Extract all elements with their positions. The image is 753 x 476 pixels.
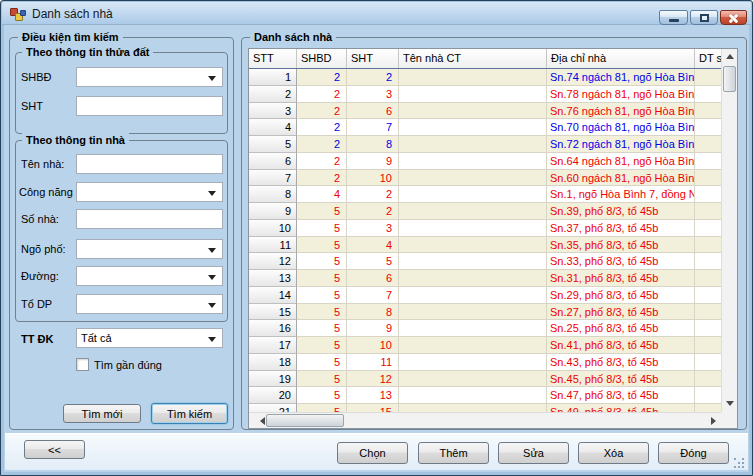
scroll-down-button[interactable] [722, 396, 737, 412]
duong-combobox[interactable] [76, 266, 223, 286]
cell-stt: 4 [249, 119, 297, 136]
scroll-up-button[interactable] [722, 49, 737, 65]
table-row[interactable]: 20513Sn.47, phố 8/3, tổ 45b [249, 387, 721, 404]
minimize-button[interactable] [659, 10, 688, 25]
cell-ten-nha-ct [399, 320, 547, 337]
table-row[interactable]: 1558Sn.27, phố 8/3, tổ 45b [249, 304, 721, 321]
table-row[interactable]: 18511Sn.43, phố 8/3, tổ 45b [249, 354, 721, 371]
tt-dk-combobox[interactable]: Tất cả [76, 328, 223, 348]
cell-dt [695, 404, 721, 412]
cell-sht: 13 [347, 387, 399, 404]
xoa-button[interactable]: Xóa [578, 442, 649, 464]
table-row[interactable]: 842Sn.1, ngõ Hòa Bình 7, đồng N [249, 186, 721, 203]
table-row[interactable]: 528Sn.72 ngách 81, ngõ Hòa Bình [249, 136, 721, 153]
scroll-left-button[interactable] [249, 413, 265, 428]
cell-sht: 10 [347, 337, 399, 354]
table-row[interactable]: 19512Sn.45, phố 8/3, tổ 45b [249, 371, 721, 388]
cell-dt [695, 220, 721, 237]
column-header-0[interactable]: STT [249, 49, 297, 68]
column-header-4[interactable]: Địa chỉ nhà [547, 49, 695, 68]
cell-dt [695, 86, 721, 103]
chevron-down-icon [208, 76, 216, 81]
table-row[interactable]: 326Sn.76 ngách 81, ngõ Hòa Bình [249, 103, 721, 120]
cell-dt [695, 170, 721, 187]
vertical-scrollbar-thumb[interactable] [723, 66, 736, 92]
table-row[interactable]: 17510Sn.41, phố 8/3, tổ 45b [249, 337, 721, 354]
table-row[interactable]: 1053Sn.37, phố 8/3, tổ 45b [249, 220, 721, 237]
to-dp-label: Tổ DP [21, 298, 52, 310]
column-header-3[interactable]: Tên nhà CT [399, 49, 547, 68]
shbd-combobox[interactable] [76, 67, 223, 87]
cell-shbd: 5 [297, 337, 347, 354]
table-row[interactable]: 1255Sn.33, phố 8/3, tổ 45b [249, 253, 721, 270]
cell-sht: 4 [347, 237, 399, 254]
cell-dt [695, 203, 721, 220]
cell-stt: 18 [249, 354, 297, 371]
table-row[interactable]: 7210Sn.60 ngách 81, ngõ Hòa Bình [249, 170, 721, 187]
table-row[interactable]: 952Sn.39, phố 8/3, tổ 45b [249, 203, 721, 220]
parcel-info-title: Theo thông tin thửa đất [22, 45, 153, 60]
close-button[interactable] [720, 10, 747, 25]
cell-dia-chi: Sn.25, phố 8/3, tổ 45b [547, 320, 695, 337]
titlebar[interactable]: Danh sách nhà [2, 2, 751, 25]
collapse-panel-button[interactable]: << [24, 440, 85, 459]
cong-nang-label: Công năng [19, 186, 73, 198]
table-row[interactable]: 21515Sn.49, phố 8/3, tổ 45b [249, 404, 721, 412]
column-header-5[interactable]: DT s [695, 49, 721, 68]
cell-dia-chi: Sn.41, phố 8/3, tổ 45b [547, 337, 695, 354]
dong-button[interactable]: Đóng [658, 442, 729, 464]
ten-nha-label: Tên nhà: [21, 158, 64, 170]
cell-sht: 9 [347, 153, 399, 170]
cell-sht: 12 [347, 371, 399, 388]
chon-button[interactable]: Chọn [337, 442, 408, 464]
cell-shbd: 2 [297, 103, 347, 120]
triangle-up-icon [726, 54, 734, 59]
cell-ten-nha-ct [399, 86, 547, 103]
cell-ten-nha-ct [399, 404, 547, 412]
table-row[interactable]: 223Sn.78 ngách 81, ngõ Hòa Bình [249, 86, 721, 103]
sht-label: SHT [21, 100, 43, 112]
table-row[interactable]: 1356Sn.31, phố 8/3, tổ 45b [249, 270, 721, 287]
cell-sht: 8 [347, 136, 399, 153]
table-row[interactable]: 1659Sn.25, phố 8/3, tổ 45b [249, 320, 721, 337]
table-row[interactable]: 122Sn.74 ngách 81, ngõ Hòa Bình [249, 69, 721, 86]
maximize-button[interactable] [690, 10, 718, 25]
table-row[interactable]: 1154Sn.35, phố 8/3, tổ 45b [249, 237, 721, 254]
column-header-1[interactable]: SHBD [297, 49, 347, 68]
cell-ten-nha-ct [399, 170, 547, 187]
cell-shbd: 5 [297, 387, 347, 404]
table-row[interactable]: 629Sn.64 ngách 81, ngõ Hòa Bình [249, 153, 721, 170]
vertical-scrollbar[interactable] [721, 49, 737, 412]
ten-nha-input[interactable] [76, 154, 223, 174]
cell-shbd: 4 [297, 186, 347, 203]
horizontal-scrollbar-thumb[interactable] [266, 414, 344, 427]
so-nha-input[interactable] [76, 209, 223, 229]
cong-nang-combobox[interactable] [76, 182, 223, 202]
cell-sht: 6 [347, 270, 399, 287]
chevron-down-icon [208, 275, 216, 280]
reset-search-button[interactable]: Tìm mới [63, 404, 141, 423]
cell-shbd: 2 [297, 153, 347, 170]
scroll-right-button[interactable] [705, 413, 721, 428]
so-nha-label: Số nhà: [21, 213, 59, 225]
table-row[interactable]: 427Sn.70 ngách 81, ngõ Hòa Bình [249, 119, 721, 136]
search-button[interactable]: Tìm kiếm [151, 403, 228, 424]
cell-ten-nha-ct [399, 136, 547, 153]
them-button[interactable]: Thêm [418, 442, 489, 464]
cell-shbd: 2 [297, 119, 347, 136]
table-row[interactable]: 1457Sn.29, phố 8/3, tổ 45b [249, 287, 721, 304]
column-header-2[interactable]: SHT [347, 49, 399, 68]
fuzzy-search-checkbox[interactable] [76, 358, 89, 371]
ngo-pho-combobox[interactable] [76, 239, 223, 259]
cell-sht: 3 [347, 220, 399, 237]
to-dp-combobox[interactable] [76, 294, 223, 314]
cell-shbd: 5 [297, 404, 347, 412]
sht-input[interactable] [76, 96, 223, 116]
cell-ten-nha-ct [399, 387, 547, 404]
horizontal-scrollbar[interactable] [249, 412, 721, 428]
sua-button[interactable]: Sửa [498, 442, 569, 464]
scrollbar-corner [721, 412, 737, 428]
resize-grip-icon[interactable] [734, 458, 744, 468]
chevron-down-icon [208, 248, 216, 253]
duong-label: Đường: [21, 270, 59, 282]
